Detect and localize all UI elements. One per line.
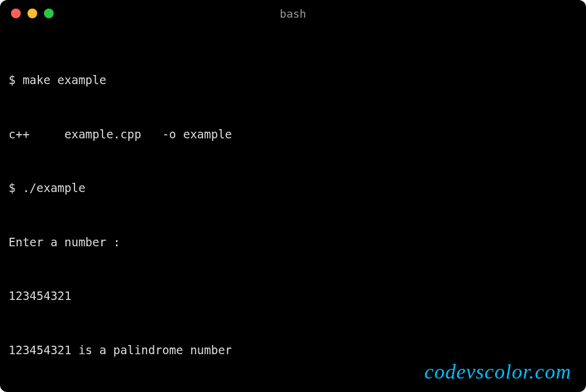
terminal-line: 123454321 xyxy=(9,287,577,305)
terminal-body[interactable]: $ make example c++ example.cpp -o exampl… xyxy=(0,27,586,392)
terminal-line: $ ./example xyxy=(9,179,577,198)
terminal-line: $ make example xyxy=(9,71,577,90)
terminal-line: c++ example.cpp -o example xyxy=(9,126,577,144)
traffic-lights xyxy=(11,9,54,18)
maximize-icon[interactable] xyxy=(44,9,54,18)
terminal-window: bash $ make example c++ example.cpp -o e… xyxy=(0,0,586,392)
titlebar: bash xyxy=(0,0,586,27)
terminal-line: 123454321 is a palindrome number xyxy=(9,341,577,360)
close-icon[interactable] xyxy=(11,9,21,18)
terminal-line: Enter a number : xyxy=(9,233,577,252)
minimize-icon[interactable] xyxy=(27,9,37,18)
window-title: bash xyxy=(0,7,586,20)
